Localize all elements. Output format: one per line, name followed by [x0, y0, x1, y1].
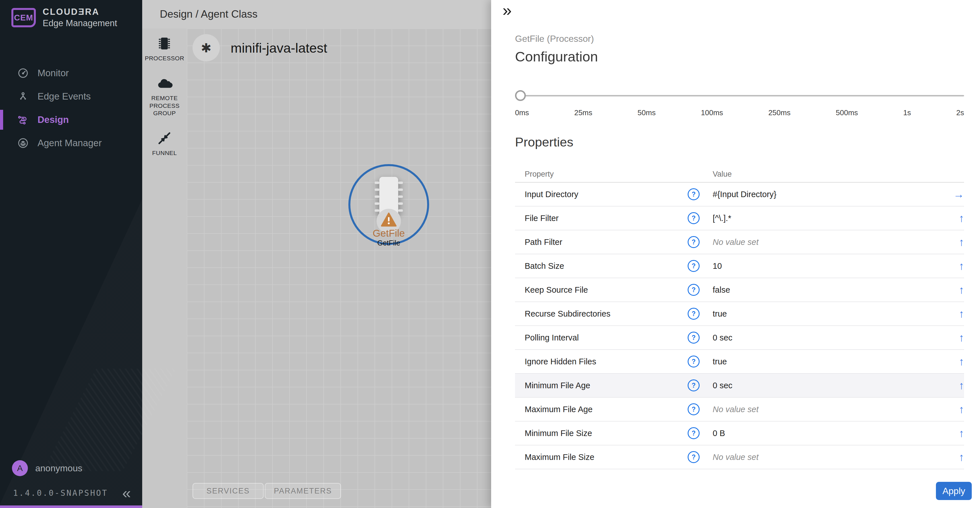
help-icon[interactable]: ?	[688, 188, 700, 200]
slider-tick-labels: 0ms25ms50ms100ms250ms500ms1s2s	[515, 108, 964, 117]
sidebar-item-edge-events[interactable]: Edge Events	[0, 85, 142, 108]
tab-parameters[interactable]: PARAMETERS	[265, 483, 341, 499]
property-value: true	[713, 357, 948, 366]
flow-canvas[interactable]: ✱ minifi-java-latest GetFile GetFile SER…	[187, 29, 491, 508]
cem-badge-icon: CEM	[11, 8, 36, 27]
property-name: Minimum File Age	[515, 381, 688, 390]
apply-button[interactable]: Apply	[936, 482, 972, 500]
property-row[interactable]: Recurse Subdirectories ? true ↑	[515, 302, 964, 326]
sidebar-item-label: Agent Manager	[38, 138, 102, 148]
sidebar-accent-strip	[0, 505, 142, 508]
sidebar-item-label: Edge Events	[38, 91, 91, 102]
flow-name: minifi-java-latest	[231, 40, 327, 56]
sidebar: CEM CLOUDƎRA Edge Management Monitor Edg…	[0, 0, 142, 508]
brand-name: CLOUDƎRA	[43, 7, 117, 17]
properties-heading: Properties	[515, 135, 964, 150]
flow-badge-icon[interactable]: ✱	[192, 34, 220, 61]
cloud-icon	[156, 75, 173, 92]
column-header-value: Value	[713, 170, 948, 178]
override-arrow-icon[interactable]: ↑	[948, 213, 964, 224]
user-name: anonymous	[35, 463, 82, 474]
chip-icon	[156, 35, 173, 52]
sidebar-collapse-icon[interactable]: «	[122, 485, 131, 501]
version-row: 1.4.0.0-SNAPSHOT «	[13, 485, 131, 501]
override-arrow-icon[interactable]: ↑	[948, 332, 964, 343]
property-row[interactable]: Maximum File Age ? No value set ↑	[515, 398, 964, 422]
override-arrow-icon[interactable]: ↑	[948, 452, 964, 462]
property-value: 0 sec	[713, 333, 948, 342]
property-name: Batch Size	[515, 261, 688, 271]
avatar: A	[12, 460, 28, 476]
override-arrow-icon[interactable]: ↑	[948, 261, 964, 271]
sidebar-item-agent-manager[interactable]: Agent Manager	[0, 131, 142, 155]
property-value: No value set	[713, 237, 948, 247]
override-arrow-icon[interactable]: ↑	[948, 284, 964, 295]
override-arrow-icon[interactable]: ↑	[948, 428, 964, 439]
product-name: Edge Management	[43, 18, 117, 29]
hub-icon	[17, 91, 29, 102]
property-row[interactable]: Minimum File Age ? 0 sec ↑	[515, 374, 964, 398]
override-arrow-icon[interactable]: ↑	[948, 356, 964, 367]
help-icon[interactable]: ?	[688, 379, 700, 392]
layers-icon	[17, 137, 29, 149]
user-row[interactable]: A anonymous	[12, 460, 82, 476]
circuit-icon	[17, 114, 29, 126]
property-value: 10	[713, 261, 948, 271]
property-row[interactable]: Path Filter ? No value set ↑	[515, 230, 964, 254]
app-version: 1.4.0.0-SNAPSHOT	[13, 488, 108, 498]
help-icon[interactable]: ?	[688, 236, 700, 248]
property-row[interactable]: Batch Size ? 10 ↑	[515, 254, 964, 278]
topbar: Design / Agent Class	[142, 0, 491, 29]
override-arrow-icon[interactable]: ↑	[948, 380, 964, 391]
warning-icon	[380, 212, 397, 227]
property-row[interactable]: File Filter ? [^\.].* ↑	[515, 207, 964, 230]
processor-node-getfile[interactable]: GetFile GetFile	[348, 164, 429, 245]
help-icon[interactable]: ?	[688, 260, 700, 272]
palette-item-funnel[interactable]: FUNNEL	[152, 130, 177, 157]
tab-services[interactable]: SERVICES	[192, 483, 264, 499]
palette-item-label: PROCESSOR	[145, 55, 184, 62]
property-value: 0 sec	[713, 381, 948, 390]
property-value: false	[713, 285, 948, 295]
help-icon[interactable]: ?	[688, 403, 700, 415]
override-arrow-icon[interactable]: ↑	[948, 308, 964, 319]
property-row[interactable]: Ignore Hidden Files ? true ↑	[515, 350, 964, 374]
help-icon[interactable]: ?	[688, 451, 700, 463]
help-icon[interactable]: ?	[688, 427, 700, 439]
property-name: Maximum File Size	[515, 452, 688, 462]
slider-tick-label: 2s	[956, 108, 964, 117]
gauge-icon	[17, 67, 29, 79]
help-icon[interactable]: ?	[688, 308, 700, 320]
help-icon[interactable]: ?	[688, 332, 700, 344]
slider-track[interactable]	[515, 89, 964, 102]
panel-body: GetFile (Processor) Configuration 0ms25m…	[491, 0, 980, 469]
palette-item-label: FUNNEL	[152, 149, 177, 157]
slider-thumb[interactable]	[515, 90, 526, 101]
node-title: GetFile	[350, 228, 427, 239]
help-icon[interactable]: ?	[688, 355, 700, 368]
configuration-panel: » GetFile (Processor) Configuration 0ms2…	[491, 0, 980, 508]
sidebar-item-monitor[interactable]: Monitor	[0, 61, 142, 85]
penalty-duration-slider-zone: 0ms25ms50ms100ms250ms500ms1s2s	[515, 89, 964, 117]
property-row[interactable]: Polling Interval ? 0 sec ↑	[515, 326, 964, 350]
property-row[interactable]: Minimum File Size ? 0 B ↑	[515, 422, 964, 446]
component-palette: PROCESSOR REMOTE PROCESS GROUP FUNNEL	[142, 29, 187, 508]
property-row[interactable]: Maximum File Size ? No value set ↑	[515, 446, 964, 469]
help-icon[interactable]: ?	[688, 284, 700, 296]
panel-subtitle: GetFile (Processor)	[515, 33, 964, 44]
sidebar-item-label: Design	[38, 114, 69, 125]
property-value: No value set	[713, 452, 948, 462]
palette-item-processor[interactable]: PROCESSOR	[145, 35, 184, 62]
property-row[interactable]: Keep Source File ? false ↑	[515, 278, 964, 302]
property-row[interactable]: Input Directory ? #{Input Directory} →	[515, 183, 964, 207]
override-arrow-icon[interactable]: ↑	[948, 237, 964, 247]
help-icon[interactable]: ?	[688, 212, 700, 224]
panel-collapse-icon[interactable]: »	[503, 1, 512, 19]
goto-arrow-icon[interactable]: →	[948, 189, 964, 200]
override-arrow-icon[interactable]: ↑	[948, 404, 964, 415]
property-name: Keep Source File	[515, 285, 688, 295]
palette-item-label: REMOTE PROCESS GROUP	[145, 94, 185, 117]
breadcrumb[interactable]: Design / Agent Class	[160, 8, 258, 20]
palette-item-remote-process-group[interactable]: REMOTE PROCESS GROUP	[145, 75, 185, 117]
sidebar-item-design[interactable]: Design	[0, 108, 142, 131]
